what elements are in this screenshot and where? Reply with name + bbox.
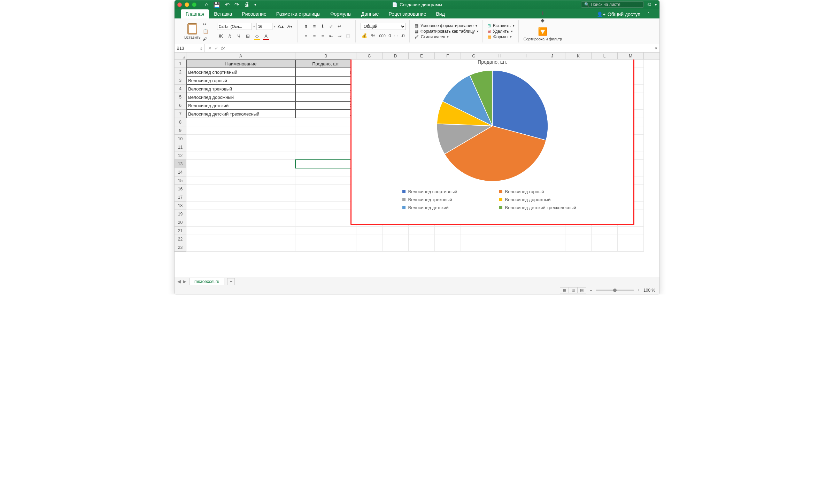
- tab-review[interactable]: Рецензирование: [384, 9, 431, 18]
- cell[interactable]: Велосипед горный: [186, 76, 295, 85]
- cell[interactable]: [435, 243, 461, 252]
- increase-font-icon[interactable]: A▴: [277, 23, 285, 30]
- row-header[interactable]: 10: [175, 135, 186, 143]
- tab-home[interactable]: Главная: [181, 9, 209, 18]
- cell[interactable]: [186, 126, 295, 135]
- row-header[interactable]: 21: [175, 227, 186, 235]
- currency-icon[interactable]: 💰: [361, 32, 368, 40]
- cell[interactable]: [461, 243, 487, 252]
- column-header[interactable]: A: [186, 53, 295, 59]
- row-header[interactable]: 15: [175, 176, 186, 185]
- row-header[interactable]: 12: [175, 151, 186, 160]
- cell[interactable]: [186, 160, 295, 168]
- wrap-text-icon[interactable]: ↩: [336, 23, 343, 30]
- cell[interactable]: [592, 227, 618, 235]
- sort-filter-button[interactable]: 🔽 Сортировка и фильтр: [524, 27, 562, 41]
- cell[interactable]: [186, 176, 295, 185]
- tab-view[interactable]: Вид: [431, 9, 450, 18]
- cell[interactable]: [295, 210, 356, 218]
- decrease-font-icon[interactable]: A▾: [286, 23, 294, 30]
- cell[interactable]: [409, 243, 435, 252]
- cell[interactable]: [409, 235, 435, 243]
- cell[interactable]: 14: [295, 93, 356, 101]
- cell[interactable]: [295, 218, 356, 227]
- cell[interactable]: [409, 227, 435, 235]
- cell[interactable]: [186, 210, 295, 218]
- row-header[interactable]: 3: [175, 76, 186, 85]
- comma-icon[interactable]: 000: [379, 32, 386, 40]
- row-header[interactable]: 6: [175, 101, 186, 110]
- borders-button[interactable]: ⊞: [244, 32, 252, 40]
- customize-qat-icon[interactable]: ▾: [254, 2, 256, 7]
- font-name-select[interactable]: [217, 23, 252, 30]
- cell[interactable]: [186, 243, 295, 252]
- cell[interactable]: [565, 235, 592, 243]
- column-header[interactable]: G: [461, 53, 487, 59]
- merge-cells-icon[interactable]: ⬚: [344, 32, 352, 40]
- cell[interactable]: [295, 168, 356, 176]
- row-header[interactable]: 2: [175, 68, 186, 76]
- align-left-icon[interactable]: ≡: [302, 32, 310, 40]
- select-all-corner[interactable]: [175, 53, 186, 60]
- cell[interactable]: Велосипед дорожный: [186, 93, 295, 101]
- print-icon[interactable]: 🖨: [244, 1, 249, 8]
- insert-cells-button[interactable]: ⊞Вставить▾: [487, 23, 515, 29]
- conditional-format-button[interactable]: ▦Условное форматирование▾: [415, 23, 479, 29]
- row-header[interactable]: 17: [175, 193, 186, 202]
- column-header[interactable]: K: [565, 53, 592, 59]
- user-dropdown-icon[interactable]: ▾: [655, 3, 657, 7]
- row-header[interactable]: 19: [175, 210, 186, 218]
- page-layout-view-button[interactable]: ▥: [569, 287, 578, 293]
- font-size-select[interactable]: [256, 23, 272, 30]
- tab-draw[interactable]: Рисование: [237, 9, 271, 18]
- align-right-icon[interactable]: ≡: [319, 32, 327, 40]
- cell[interactable]: [186, 168, 295, 176]
- row-header[interactable]: 9: [175, 126, 186, 135]
- row-header[interactable]: 7: [175, 110, 186, 118]
- sheet-tab[interactable]: microexcel.ru: [189, 278, 224, 285]
- underline-button[interactable]: Ч: [235, 32, 243, 40]
- fx-icon[interactable]: fx: [221, 46, 225, 51]
- decrease-decimal-icon[interactable]: ←.0: [397, 32, 404, 40]
- tab-insert[interactable]: Вставка: [209, 9, 237, 18]
- increase-decimal-icon[interactable]: .0→: [388, 32, 395, 40]
- column-header[interactable]: D: [383, 53, 409, 59]
- expand-formula-bar-icon[interactable]: ▾: [652, 46, 659, 51]
- tab-formulas[interactable]: Формулы: [325, 9, 356, 18]
- cell[interactable]: [513, 227, 539, 235]
- formula-input[interactable]: [228, 44, 652, 52]
- cell[interactable]: [295, 143, 356, 151]
- fill-icon[interactable]: ⬇: [541, 10, 545, 16]
- orientation-icon[interactable]: ⤢: [327, 23, 335, 30]
- align-center-icon[interactable]: ≡: [311, 32, 318, 40]
- cell[interactable]: [383, 235, 409, 243]
- tab-layout[interactable]: Разметка страницы: [271, 9, 325, 18]
- maximize-window-button[interactable]: [192, 2, 196, 7]
- save-icon[interactable]: 💾: [213, 1, 220, 8]
- cell[interactable]: [295, 193, 356, 202]
- row-header[interactable]: 4: [175, 85, 186, 93]
- share-button[interactable]: 👤+ Общий доступ ˄: [597, 11, 653, 18]
- column-header[interactable]: B: [295, 53, 356, 59]
- cell[interactable]: [295, 243, 356, 252]
- cell[interactable]: 78: [295, 76, 356, 85]
- column-header[interactable]: F: [435, 53, 461, 59]
- number-format-select[interactable]: Общий: [361, 23, 406, 30]
- italic-button[interactable]: К: [226, 32, 234, 40]
- align-middle-icon[interactable]: ≡: [311, 23, 318, 30]
- cell[interactable]: 19: [295, 85, 356, 93]
- column-header[interactable]: E: [409, 53, 435, 59]
- cell[interactable]: [295, 126, 356, 135]
- sheet-prev-icon[interactable]: ◀: [177, 279, 181, 284]
- cell[interactable]: [186, 218, 295, 227]
- decrease-indent-icon[interactable]: ⇤: [327, 32, 335, 40]
- column-header[interactable]: M: [618, 53, 644, 59]
- column-header[interactable]: L: [592, 53, 618, 59]
- cell[interactable]: [295, 227, 356, 235]
- cell[interactable]: Наименование: [186, 60, 295, 68]
- cell[interactable]: [435, 235, 461, 243]
- cell[interactable]: [618, 235, 644, 243]
- column-header[interactable]: J: [539, 53, 565, 59]
- percent-icon[interactable]: %: [370, 32, 377, 40]
- cell[interactable]: Велосипед спортивный: [186, 68, 295, 76]
